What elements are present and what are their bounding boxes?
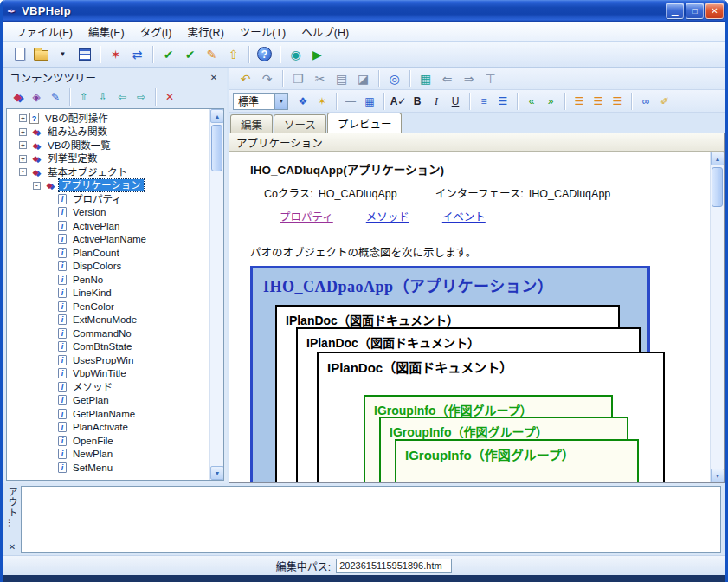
run-button[interactable]: ▶ — [307, 44, 327, 64]
italic-button[interactable]: I — [428, 93, 445, 110]
upload-button[interactable]: ⇧ — [223, 44, 243, 64]
tree-item[interactable]: - ◆ 基本オブジェクト — [7, 165, 209, 179]
save-all-button[interactable] — [74, 44, 94, 64]
link-events[interactable]: イベント — [442, 208, 486, 224]
eraser-button[interactable]: ◪ — [353, 68, 373, 88]
tree-item-selected[interactable]: - ◆ アプリケーション — [7, 179, 209, 193]
delete-topic-button[interactable]: ✕ — [161, 88, 178, 106]
copy-button[interactable]: ❐ — [288, 68, 308, 88]
bullet-list-button[interactable]: ☰ — [494, 93, 512, 110]
tree-item[interactable]: i GetPlanName — [7, 407, 209, 421]
ruby-button[interactable]: ⊤ — [480, 68, 500, 88]
insert-image-button[interactable]: ▦ — [416, 68, 435, 88]
tree-item[interactable]: i PenColor — [7, 300, 209, 314]
tree-item[interactable]: + ◆ 組み込み関数 — [7, 126, 209, 139]
link-next-button[interactable]: ⇒ — [459, 68, 479, 88]
tree-item[interactable]: i DispColors — [7, 260, 209, 274]
tree-item[interactable]: i PlanCount — [7, 246, 209, 260]
tree-scrollbar[interactable]: ▲ ▼ — [209, 109, 223, 480]
help-button[interactable]: ? — [254, 44, 274, 64]
expander-icon[interactable]: + — [19, 114, 27, 122]
add-subtopic-button[interactable]: ◈ — [28, 88, 45, 106]
tree-item[interactable]: i PlanActivate — [7, 421, 209, 435]
link-methods[interactable]: メソッド — [366, 208, 409, 224]
format-clean-button[interactable]: ✐ — [656, 93, 673, 110]
expander-icon[interactable]: + — [19, 141, 27, 149]
move-down-button[interactable]: ⇩ — [94, 88, 112, 106]
scroll-down-icon[interactable]: ▼ — [711, 469, 724, 482]
tree-item[interactable]: i ActivePlan — [7, 219, 209, 233]
tree-item[interactable]: i CommandNo — [7, 327, 209, 340]
tree-item[interactable]: i OpenFile — [7, 434, 209, 448]
build-html-button[interactable]: ✶ — [106, 44, 126, 64]
move-right-button[interactable]: ⇨ — [132, 88, 150, 106]
export-button[interactable]: ⇄ — [127, 44, 147, 64]
chevron-down-icon[interactable]: ▾ — [274, 94, 287, 109]
numbered-list-button[interactable]: ≡ — [475, 93, 493, 110]
undo-button[interactable]: ↶ — [235, 68, 255, 88]
tree-item[interactable]: + ◆ VBの関数一覧 — [7, 139, 209, 152]
tree-item[interactable]: i ComBtnState — [7, 340, 209, 354]
open-file-button[interactable] — [31, 44, 51, 64]
expander-icon[interactable]: + — [19, 128, 27, 136]
expander-icon[interactable]: + — [19, 155, 27, 163]
tab-preview[interactable]: プレビュー — [327, 113, 403, 133]
verify-links-button[interactable]: ✔ — [180, 44, 200, 64]
scroll-thumb[interactable] — [211, 125, 222, 171]
browser-preview-button[interactable]: ◉ — [286, 44, 306, 64]
zoom-button[interactable]: ◎ — [384, 68, 404, 88]
outline-text-area[interactable] — [21, 486, 721, 553]
menu-file[interactable]: ファイル(F) — [8, 21, 81, 42]
align-left-button[interactable]: ☰ — [570, 93, 588, 110]
tab-edit[interactable]: 編集 — [230, 114, 273, 133]
spellcheck-button[interactable]: A✓ — [390, 93, 407, 110]
style-combo[interactable]: 標準 ▾ — [233, 93, 288, 110]
paste-button[interactable]: ▤ — [332, 68, 351, 88]
tab-source[interactable]: ソース — [274, 114, 326, 133]
tree-item[interactable]: i NewPlan — [7, 448, 209, 462]
tree-item[interactable]: i GetPlan — [7, 394, 209, 408]
tree-item[interactable]: i UsesPropWin — [7, 353, 209, 367]
edit-tools-button[interactable]: ✎ — [202, 44, 222, 64]
expander-icon[interactable]: - — [33, 182, 41, 190]
new-page-button[interactable] — [10, 44, 29, 64]
move-left-button[interactable]: ⇦ — [113, 88, 131, 106]
tree-item[interactable]: i ExtMenuMode — [7, 314, 209, 327]
scroll-down-icon[interactable]: ▼ — [210, 466, 224, 480]
close-icon[interactable]: ✕ — [9, 542, 16, 552]
align-right-button[interactable]: ☰ — [609, 93, 626, 110]
expander-icon[interactable]: - — [19, 168, 27, 176]
menu-tag[interactable]: タグ(I) — [132, 21, 180, 42]
link-properties[interactable]: プロパティ — [280, 208, 333, 224]
scroll-thumb[interactable] — [712, 167, 723, 207]
minimize-button[interactable]: ▁ — [666, 3, 684, 19]
align-center-button[interactable]: ☰ — [589, 93, 607, 110]
menu-edit[interactable]: 編集(E) — [81, 21, 132, 42]
current-path-input[interactable] — [336, 559, 452, 573]
bold-button[interactable]: B — [409, 93, 426, 110]
maximize-button[interactable]: □ — [686, 3, 704, 19]
open-file-dropdown[interactable]: ▾ — [53, 44, 73, 64]
hr-button[interactable]: — — [342, 93, 359, 110]
verify-topics-button[interactable]: ✔ — [158, 44, 178, 64]
menu-help[interactable]: ヘルプ(H) — [293, 21, 357, 42]
table-button[interactable]: ▦ — [361, 93, 378, 110]
underline-button[interactable]: U — [447, 93, 464, 110]
menu-run[interactable]: 実行(R) — [179, 21, 231, 42]
close-button[interactable]: ✕ — [705, 3, 724, 19]
tree-item[interactable]: i VbpWinTitle — [7, 367, 209, 381]
tree-item[interactable]: i メソッド — [7, 380, 209, 394]
tree-item[interactable]: + ◆ 列挙型定数 — [7, 152, 209, 166]
redo-button[interactable]: ↷ — [257, 68, 277, 88]
scroll-up-icon[interactable]: ▲ — [210, 109, 224, 123]
edit-topic-button[interactable]: ✎ — [47, 88, 64, 106]
scroll-up-icon[interactable]: ▲ — [711, 152, 724, 165]
add-topic-button[interactable]: ◆ — [9, 88, 26, 106]
close-icon[interactable]: ✕ — [207, 71, 221, 83]
tree-item[interactable]: i プロパティ — [7, 192, 209, 206]
tree-item[interactable]: i PenNo — [7, 273, 209, 287]
tree-item[interactable]: i SetMenu — [7, 461, 209, 475]
move-up-button[interactable]: ⇧ — [75, 88, 93, 106]
outdent-button[interactable]: « — [523, 93, 540, 110]
link-prev-button[interactable]: ⇐ — [437, 68, 457, 88]
